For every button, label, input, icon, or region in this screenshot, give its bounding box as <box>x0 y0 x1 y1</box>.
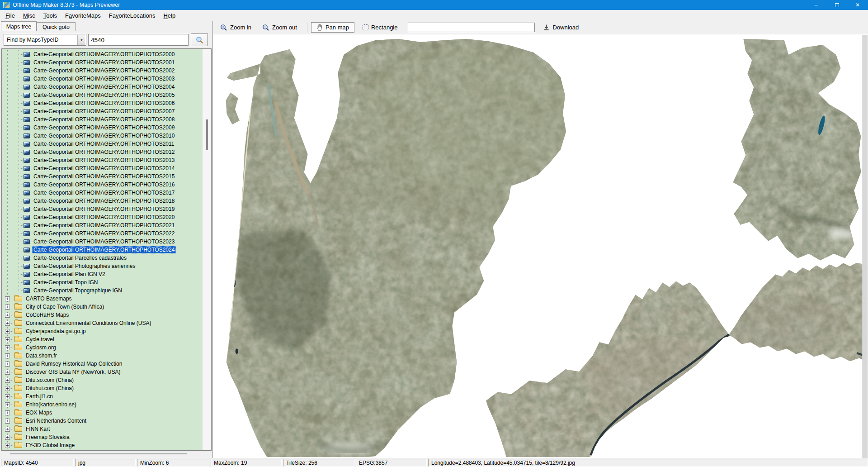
tree-item[interactable]: Carte-Geoportail ORTHOIMAGERY.ORTHOPHOTO… <box>2 91 203 99</box>
map-canvas[interactable] <box>213 35 868 458</box>
tree-item[interactable]: Carte-Geoportail Photographies aeriennes <box>2 262 203 270</box>
tree-item[interactable]: Carte-Geoportail ORTHOIMAGERY.ORTHOPHOTO… <box>2 67 203 75</box>
tree-item[interactable]: Carte-Geoportail ORTHOIMAGERY.ORTHOPHOTO… <box>2 124 203 132</box>
tree-item[interactable]: Carte-Geoportail ORTHOIMAGERY.ORTHOPHOTO… <box>2 148 203 156</box>
restore-button[interactable] <box>826 0 847 10</box>
tree-folder[interactable]: +Earth.jl1.cn <box>2 392 203 400</box>
find-by-dropdown[interactable]: Find by MapsTypeID ▼ <box>4 34 86 46</box>
expand-plus-icon[interactable]: + <box>5 345 10 350</box>
pan-map-button[interactable]: Pan map <box>311 22 354 33</box>
expand-plus-icon[interactable]: + <box>5 305 10 310</box>
menu-item-help[interactable]: Help <box>159 11 179 20</box>
expand-plus-icon[interactable]: + <box>5 394 10 399</box>
tree-item[interactable]: Carte-Geoportail ORTHOIMAGERY.ORTHOPHOTO… <box>2 181 203 189</box>
tree-folder[interactable]: +FINN Kart <box>2 425 203 433</box>
close-button[interactable]: ✕ <box>847 0 868 10</box>
tree-connector <box>10 299 14 299</box>
expand-plus-icon[interactable]: + <box>5 313 10 318</box>
tree-connector <box>10 445 14 446</box>
tree-item[interactable]: Carte-Geoportail Topographique IGN <box>2 286 203 295</box>
expand-plus-icon[interactable]: + <box>5 427 10 432</box>
tree-item[interactable]: Carte-Geoportail ORTHOIMAGERY.ORTHOPHOTO… <box>2 221 203 229</box>
expand-plus-icon[interactable]: + <box>5 321 10 326</box>
tree-item[interactable]: Carte-Geoportail ORTHOIMAGERY.ORTHOPHOTO… <box>2 229 203 238</box>
tree-folder[interactable]: +Ditu.so.com (China) <box>2 376 203 384</box>
tree-item[interactable]: Carte-Geoportail ORTHOIMAGERY.ORTHOPHOTO… <box>2 213 203 221</box>
tree-folder[interactable]: +Cyberjapandata.gsi.go.jp <box>2 327 203 335</box>
tree-item[interactable]: Carte-Geoportail Plan IGN V2 <box>2 270 203 278</box>
tree-folder[interactable]: +Cycle.travel <box>2 335 203 343</box>
expand-plus-icon[interactable]: + <box>5 443 10 448</box>
menu-item-tools[interactable]: Tools <box>39 11 61 20</box>
tree-item[interactable]: Carte-Geoportail ORTHOIMAGERY.ORTHOPHOTO… <box>2 115 203 124</box>
download-button[interactable]: Download <box>540 23 581 32</box>
tree-item[interactable]: Carte-Geoportail Topo IGN <box>2 278 203 286</box>
tree-folder[interactable]: +City of Cape Town (South Africa) <box>2 303 203 311</box>
expand-plus-icon[interactable]: + <box>5 419 10 424</box>
tree-scrollbar-thumb[interactable] <box>206 119 208 150</box>
tree-item[interactable]: Carte-Geoportail ORTHOIMAGERY.ORTHOPHOTO… <box>2 164 203 172</box>
tree-folder[interactable]: +Connecticut Environmental Conditions On… <box>2 319 203 327</box>
tree-item[interactable]: Carte-Geoportail ORTHOIMAGERY.ORTHOPHOTO… <box>2 132 203 140</box>
search-input[interactable] <box>88 34 189 46</box>
tree-item[interactable]: Carte-Geoportail ORTHOIMAGERY.ORTHOPHOTO… <box>2 107 203 115</box>
menu-item-favoritemaps[interactable]: FavoriteMaps <box>61 11 105 20</box>
expand-plus-icon[interactable]: + <box>5 296 10 301</box>
tree-folder[interactable]: +CoCoRaHS Maps <box>2 311 203 319</box>
tree-item[interactable]: Carte-Geoportail ORTHOIMAGERY.ORTHOPHOTO… <box>2 140 203 148</box>
tree-item[interactable]: Carte-Geoportail ORTHOIMAGERY.ORTHOPHOTO… <box>2 58 203 67</box>
tree-folder[interactable]: +Cyclosm.org <box>2 343 203 352</box>
tree-folder-label: Data.shom.fr <box>24 352 58 359</box>
tree-item[interactable]: Carte-Geoportail ORTHOIMAGERY.ORTHOPHOTO… <box>2 246 203 254</box>
tree-item[interactable]: Carte-Geoportail ORTHOIMAGERY.ORTHOPHOTO… <box>2 156 203 164</box>
tree-item[interactable]: Carte-Geoportail ORTHOIMAGERY.ORTHOPHOTO… <box>2 50 203 58</box>
toolbar-text-input[interactable] <box>408 23 535 32</box>
expand-plus-icon[interactable]: + <box>5 386 10 391</box>
rectangle-button[interactable]: Rectangle <box>360 23 401 32</box>
tree-item[interactable]: Carte-Geoportail ORTHOIMAGERY.ORTHOPHOTO… <box>2 75 203 83</box>
menu-item-misc[interactable]: Misc <box>19 11 39 20</box>
tree-item[interactable]: Carte-Geoportail ORTHOIMAGERY.ORTHOPHOTO… <box>2 205 203 213</box>
map-thumbnail-icon <box>24 101 30 106</box>
tab-maps-tree[interactable]: Maps tree <box>1 21 37 31</box>
expand-plus-icon[interactable]: + <box>5 329 10 334</box>
tree-item[interactable]: Carte-Geoportail ORTHOIMAGERY.ORTHOPHOTO… <box>2 83 203 91</box>
tree-folder[interactable]: +FY-3D Global Image <box>2 441 203 449</box>
tree-folder[interactable]: +Freemap Slovakia <box>2 433 203 441</box>
tab-quick-goto[interactable]: Quick goto <box>37 22 75 31</box>
expand-plus-icon[interactable]: + <box>5 410 10 415</box>
tree-folder[interactable]: +Esri Netherlands Content <box>2 417 203 425</box>
expand-plus-icon[interactable]: + <box>5 370 10 375</box>
panel-splitter[interactable] <box>10 453 187 454</box>
expand-plus-icon[interactable]: + <box>5 378 10 383</box>
tree-folder[interactable]: +Eniro(kartor.eniro.se) <box>2 400 203 409</box>
menu-item-favoritelocations[interactable]: FavoriteLocations <box>105 11 160 20</box>
tree-item[interactable]: Carte-Geoportail ORTHOIMAGERY.ORTHOPHOTO… <box>2 197 203 205</box>
menu-item-file[interactable]: File <box>1 11 19 20</box>
tree-scrollbar[interactable] <box>203 49 211 450</box>
map-thumbnail-icon <box>24 150 30 155</box>
tree-item[interactable]: Carte-Geoportail Parcelles cadastrales <box>2 254 203 262</box>
tree-folder[interactable]: +Dituhui.com (China) <box>2 384 203 392</box>
expand-plus-icon[interactable]: + <box>5 362 10 367</box>
folder-icon <box>14 345 22 350</box>
tree-folder[interactable]: +Data.shom.fr <box>2 352 203 360</box>
tree-item[interactable]: Carte-Geoportail ORTHOIMAGERY.ORTHOPHOTO… <box>2 99 203 107</box>
tree-folder[interactable]: +EOX Maps <box>2 409 203 417</box>
chevron-down-icon[interactable]: ▼ <box>77 35 85 45</box>
tree-item[interactable]: Carte-Geoportail ORTHOIMAGERY.ORTHOPHOTO… <box>2 238 203 246</box>
tree-item[interactable]: Carte-Geoportail ORTHOIMAGERY.ORTHOPHOTO… <box>2 189 203 197</box>
tree-folder[interactable]: +Discover GIS Data NY (NewYork, USA) <box>2 368 203 376</box>
tree-connector <box>10 429 14 429</box>
tree-item[interactable]: Carte-Geoportail ORTHOIMAGERY.ORTHOPHOTO… <box>2 172 203 181</box>
expand-plus-icon[interactable]: + <box>5 337 10 342</box>
expand-plus-icon[interactable]: + <box>5 435 10 440</box>
zoom-out-button[interactable]: Zoom out <box>259 23 300 33</box>
search-button[interactable] <box>191 33 208 46</box>
tree-folder[interactable]: +David Rumsey Historical Map Collection <box>2 360 203 368</box>
tree-folder[interactable]: +CARTO Basemaps <box>2 295 203 303</box>
minimize-button[interactable]: – <box>806 0 826 10</box>
expand-plus-icon[interactable]: + <box>5 402 10 407</box>
zoom-in-button[interactable]: Zoom in <box>217 23 254 33</box>
expand-plus-icon[interactable]: + <box>5 353 10 358</box>
